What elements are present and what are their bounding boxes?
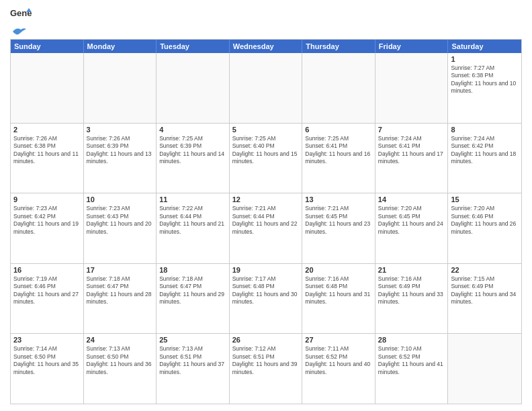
- day-info: Sunrise: 7:19 AMSunset: 6:46 PMDaylight:…: [13, 275, 81, 306]
- day-cell-25: 25Sunrise: 7:13 AMSunset: 6:51 PMDayligh…: [157, 334, 230, 404]
- day-cell-5: 5Sunrise: 7:25 AMSunset: 6:40 PMDaylight…: [230, 124, 303, 193]
- calendar-body: 1Sunrise: 7:27 AMSunset: 6:38 PMDaylight…: [11, 53, 521, 404]
- logo-text: General: [10, 7, 32, 26]
- page: General SundayMondayTuesdayWednesdayThur…: [0, 0, 532, 411]
- day-number: 20: [305, 266, 372, 274]
- day-info: Sunrise: 7:13 AMSunset: 6:50 PMDaylight:…: [87, 345, 154, 376]
- empty-cell: [84, 53, 157, 123]
- day-info: Sunrise: 7:21 AMSunset: 6:44 PMDaylight:…: [232, 205, 300, 236]
- day-number: 2: [13, 126, 81, 134]
- weekday-header-monday: Monday: [84, 40, 157, 53]
- week-row-5: 23Sunrise: 7:14 AMSunset: 6:50 PMDayligh…: [11, 334, 521, 404]
- day-info: Sunrise: 7:20 AMSunset: 6:45 PMDaylight:…: [378, 205, 445, 236]
- day-info: Sunrise: 7:18 AMSunset: 6:47 PMDaylight:…: [87, 275, 154, 306]
- day-number: 12: [232, 195, 300, 203]
- day-info: Sunrise: 7:11 AMSunset: 6:52 PMDaylight:…: [305, 345, 372, 376]
- calendar: SundayMondayTuesdayWednesdayThursdayFrid…: [10, 39, 522, 404]
- day-cell-23: 23Sunrise: 7:14 AMSunset: 6:50 PMDayligh…: [11, 334, 84, 404]
- day-cell-14: 14Sunrise: 7:20 AMSunset: 6:45 PMDayligh…: [375, 193, 449, 263]
- week-row-2: 2Sunrise: 7:26 AMSunset: 6:38 PMDaylight…: [11, 124, 521, 194]
- day-cell-7: 7Sunrise: 7:24 AMSunset: 6:41 PMDaylight…: [375, 124, 449, 193]
- day-info: Sunrise: 7:21 AMSunset: 6:45 PMDaylight:…: [305, 205, 372, 236]
- day-cell-9: 9Sunrise: 7:23 AMSunset: 6:42 PMDaylight…: [11, 193, 84, 263]
- day-cell-11: 11Sunrise: 7:22 AMSunset: 6:44 PMDayligh…: [157, 193, 230, 263]
- day-number: 10: [87, 195, 154, 203]
- day-number: 5: [232, 126, 300, 134]
- day-number: 13: [305, 195, 372, 203]
- day-info: Sunrise: 7:27 AMSunset: 6:38 PMDaylight:…: [451, 64, 519, 95]
- day-cell-19: 19Sunrise: 7:17 AMSunset: 6:48 PMDayligh…: [230, 264, 303, 334]
- empty-cell: [11, 53, 84, 123]
- day-cell-27: 27Sunrise: 7:11 AMSunset: 6:52 PMDayligh…: [302, 334, 375, 404]
- day-cell-15: 15Sunrise: 7:20 AMSunset: 6:46 PMDayligh…: [448, 193, 521, 263]
- day-info: Sunrise: 7:13 AMSunset: 6:51 PMDaylight:…: [159, 345, 226, 376]
- logo: General: [10, 7, 32, 35]
- day-number: 4: [159, 126, 226, 134]
- day-cell-18: 18Sunrise: 7:18 AMSunset: 6:47 PMDayligh…: [157, 264, 230, 334]
- day-number: 17: [87, 266, 154, 274]
- day-number: 25: [159, 336, 226, 344]
- day-number: 16: [13, 266, 81, 274]
- day-info: Sunrise: 7:25 AMSunset: 6:39 PMDaylight:…: [159, 135, 226, 166]
- day-number: 26: [232, 336, 300, 344]
- day-cell-6: 6Sunrise: 7:25 AMSunset: 6:41 PMDaylight…: [302, 124, 375, 193]
- day-number: 27: [305, 336, 372, 344]
- day-number: 15: [451, 195, 519, 203]
- day-number: 7: [378, 126, 445, 134]
- day-cell-8: 8Sunrise: 7:24 AMSunset: 6:42 PMDaylight…: [448, 124, 521, 193]
- day-number: 21: [378, 266, 445, 274]
- day-cell-16: 16Sunrise: 7:19 AMSunset: 6:46 PMDayligh…: [11, 264, 84, 334]
- day-cell-10: 10Sunrise: 7:23 AMSunset: 6:43 PMDayligh…: [84, 193, 157, 263]
- day-cell-26: 26Sunrise: 7:12 AMSunset: 6:51 PMDayligh…: [230, 334, 303, 404]
- day-info: Sunrise: 7:10 AMSunset: 6:52 PMDaylight:…: [378, 345, 445, 376]
- day-info: Sunrise: 7:24 AMSunset: 6:42 PMDaylight:…: [451, 135, 519, 166]
- day-cell-2: 2Sunrise: 7:26 AMSunset: 6:38 PMDaylight…: [11, 124, 84, 193]
- day-info: Sunrise: 7:14 AMSunset: 6:50 PMDaylight:…: [13, 345, 81, 376]
- weekday-header-saturday: Saturday: [448, 40, 521, 53]
- weekday-header-thursday: Thursday: [302, 40, 375, 53]
- day-number: 8: [451, 126, 519, 134]
- day-info: Sunrise: 7:18 AMSunset: 6:47 PMDaylight:…: [159, 275, 226, 306]
- day-cell-24: 24Sunrise: 7:13 AMSunset: 6:50 PMDayligh…: [84, 334, 157, 404]
- day-number: 14: [378, 195, 445, 203]
- day-cell-12: 12Sunrise: 7:21 AMSunset: 6:44 PMDayligh…: [230, 193, 303, 263]
- day-info: Sunrise: 7:26 AMSunset: 6:39 PMDaylight:…: [87, 135, 154, 166]
- day-number: 18: [159, 266, 226, 274]
- day-info: Sunrise: 7:16 AMSunset: 6:49 PMDaylight:…: [378, 275, 445, 306]
- day-info: Sunrise: 7:23 AMSunset: 6:43 PMDaylight:…: [87, 205, 154, 236]
- header: General: [10, 7, 522, 35]
- day-cell-28: 28Sunrise: 7:10 AMSunset: 6:52 PMDayligh…: [375, 334, 449, 404]
- day-number: 19: [232, 266, 300, 274]
- weekday-header-wednesday: Wednesday: [230, 40, 303, 53]
- day-info: Sunrise: 7:26 AMSunset: 6:38 PMDaylight:…: [13, 135, 81, 166]
- day-info: Sunrise: 7:23 AMSunset: 6:42 PMDaylight:…: [13, 205, 81, 236]
- day-info: Sunrise: 7:16 AMSunset: 6:48 PMDaylight:…: [305, 275, 372, 306]
- day-info: Sunrise: 7:25 AMSunset: 6:40 PMDaylight:…: [232, 135, 300, 166]
- day-cell-1: 1Sunrise: 7:27 AMSunset: 6:38 PMDaylight…: [448, 53, 521, 123]
- day-cell-4: 4Sunrise: 7:25 AMSunset: 6:39 PMDaylight…: [157, 124, 230, 193]
- day-info: Sunrise: 7:20 AMSunset: 6:46 PMDaylight:…: [451, 205, 519, 236]
- week-row-1: 1Sunrise: 7:27 AMSunset: 6:38 PMDaylight…: [11, 53, 521, 124]
- empty-cell: [448, 334, 521, 404]
- day-number: 9: [13, 195, 81, 203]
- logo-icon: General: [10, 7, 32, 26]
- day-info: Sunrise: 7:17 AMSunset: 6:48 PMDaylight:…: [232, 275, 300, 306]
- day-info: Sunrise: 7:15 AMSunset: 6:49 PMDaylight:…: [451, 275, 519, 306]
- day-number: 23: [13, 336, 81, 344]
- empty-cell: [230, 53, 303, 123]
- empty-cell: [375, 53, 449, 123]
- day-info: Sunrise: 7:25 AMSunset: 6:41 PMDaylight:…: [305, 135, 372, 166]
- day-number: 24: [87, 336, 154, 344]
- day-info: Sunrise: 7:24 AMSunset: 6:41 PMDaylight:…: [378, 135, 445, 166]
- week-row-4: 16Sunrise: 7:19 AMSunset: 6:46 PMDayligh…: [11, 264, 521, 334]
- day-number: 1: [451, 55, 519, 63]
- weekday-header-tuesday: Tuesday: [157, 40, 230, 53]
- empty-cell: [302, 53, 375, 123]
- weekday-header-sunday: Sunday: [11, 40, 84, 53]
- day-cell-21: 21Sunrise: 7:16 AMSunset: 6:49 PMDayligh…: [375, 264, 449, 334]
- weekday-header-friday: Friday: [375, 40, 449, 53]
- day-number: 28: [378, 336, 445, 344]
- day-cell-20: 20Sunrise: 7:16 AMSunset: 6:48 PMDayligh…: [302, 264, 375, 334]
- empty-cell: [157, 53, 230, 123]
- day-cell-17: 17Sunrise: 7:18 AMSunset: 6:47 PMDayligh…: [84, 264, 157, 334]
